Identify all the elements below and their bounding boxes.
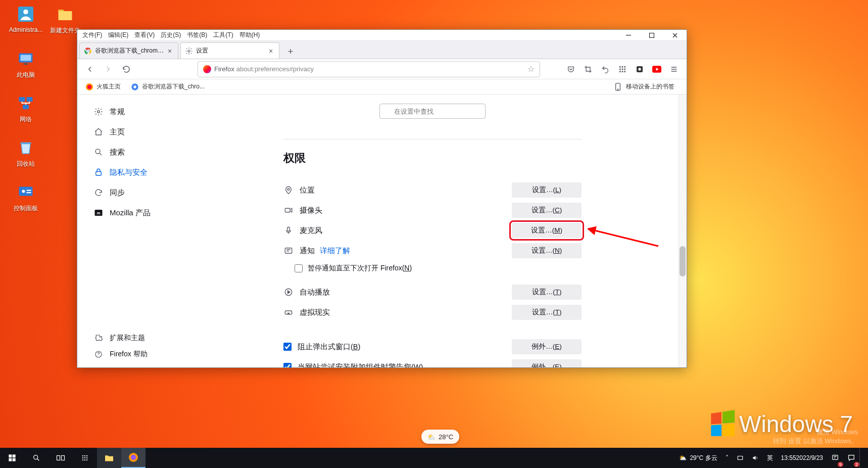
bookmark-firefox-home[interactable]: 火狐主页 (82, 81, 124, 92)
pause-notifications-checkbox[interactable] (295, 264, 303, 272)
window-close[interactable] (663, 30, 687, 41)
tray-notifications-icon[interactable]: 9 (827, 448, 843, 468)
block-popups-checkbox[interactable] (283, 343, 292, 351)
new-tab-button[interactable]: + (283, 44, 298, 59)
hamburger-menu-icon[interactable] (666, 62, 682, 77)
location-settings-button[interactable]: 设置…(L) (512, 182, 582, 198)
crop-icon[interactable] (581, 62, 596, 77)
tray-chevron-up-icon[interactable]: ˄ (721, 448, 733, 468)
tray-volume-icon[interactable] (748, 448, 763, 468)
window-minimize[interactable] (617, 30, 640, 41)
svg-point-57 (82, 455, 83, 456)
sidebar-item-general[interactable]: 常规 (89, 102, 184, 122)
start-button[interactable] (0, 448, 24, 468)
svg-rect-45 (287, 227, 290, 231)
svg-rect-52 (9, 458, 12, 461)
svg-point-43 (287, 189, 290, 191)
tab-close-icon[interactable]: × (166, 47, 174, 55)
urlbar[interactable]: Firefox about:preferences#privacy ☆ (198, 61, 540, 77)
svg-rect-53 (13, 458, 16, 461)
sidebar-item-home[interactable]: 主页 (89, 122, 184, 142)
undo-icon[interactable] (598, 62, 613, 77)
sidebar-item-extensions[interactable]: 扩展和主题 (89, 330, 184, 346)
sidebar-item-mozilla[interactable]: m Mozilla 产品 (89, 203, 184, 223)
sidebar-item-privacy[interactable]: 隐私与安全 (89, 162, 184, 182)
block-popups-exceptions-button[interactable]: 例外…(E) (512, 339, 582, 354)
vr-settings-button[interactable]: 设置…(T) (512, 305, 582, 320)
autoplay-icon (283, 287, 294, 297)
notify-learn-more-link[interactable]: 详细了解 (320, 246, 350, 256)
tabstrip: 谷歌浏览器下载_chrome浏览器 × 设置 × + (77, 41, 687, 59)
nav-back[interactable] (82, 62, 98, 77)
tray-network-icon[interactable] (733, 448, 748, 468)
menu-help[interactable]: 帮助(H) (236, 30, 263, 40)
desktop-icon-control-panel[interactable]: 控制面板 (6, 182, 45, 213)
permission-row-notifications: 通知 详细了解 设置…(N) (283, 241, 582, 261)
taskbar-apps-icon[interactable] (73, 448, 97, 468)
save-to-pocket-icon[interactable] (563, 62, 578, 77)
taskbar-firefox[interactable] (121, 448, 146, 468)
svg-rect-39 (96, 172, 102, 176)
svg-point-38 (95, 149, 100, 154)
menu-view[interactable]: 查看(V) (131, 30, 158, 40)
menu-tools[interactable]: 工具(T) (210, 30, 236, 40)
scrollbar-thumb[interactable] (680, 246, 686, 276)
taskbar-search-icon[interactable] (24, 448, 49, 468)
nav-reload[interactable] (119, 62, 134, 77)
scrollbar[interactable] (679, 95, 687, 367)
weather-widget[interactable]: ⛅28°C (421, 430, 459, 444)
svg-point-62 (86, 457, 87, 458)
settings-sidebar: 常规 主页 搜索 隐私与安全 同步 m Mozilla 产品 (77, 95, 188, 367)
firefox-icon (85, 83, 93, 91)
sidebar-item-label: 同步 (110, 188, 125, 198)
notifications-settings-button[interactable]: 设置…(N) (512, 243, 582, 258)
desktop-icon-administrator[interactable]: Administra... (6, 4, 45, 33)
tab-chrome-download[interactable]: 谷歌浏览器下载_chrome浏览器 × (79, 42, 178, 59)
desktop-icon-network[interactable]: 网络 (6, 93, 45, 124)
task-view-icon[interactable] (49, 448, 73, 468)
svg-rect-7 (23, 105, 29, 109)
taskbar-explorer[interactable] (97, 448, 121, 468)
desktop-icon-this-pc[interactable]: 此电脑 (6, 49, 45, 79)
sidebar-item-search[interactable]: 搜索 (89, 142, 184, 162)
windows-logo-icon (711, 410, 735, 436)
autoplay-settings-button[interactable]: 设置…(T) (512, 285, 582, 300)
tab-close-icon[interactable]: × (267, 47, 275, 55)
sidebar-item-sync[interactable]: 同步 (89, 182, 184, 203)
lock-icon (93, 167, 104, 177)
settings-main: 🔍 权限 位置 设置…(L) 摄像头 设置…(C) (188, 95, 687, 367)
svg-point-59 (86, 455, 87, 456)
apps-grid-icon[interactable] (615, 62, 630, 77)
menu-file[interactable]: 文件(F) (79, 30, 105, 40)
desktop-icon-recycle-bin[interactable]: 回收站 (6, 137, 45, 168)
youtube-icon[interactable] (649, 62, 664, 77)
menu-edit[interactable]: 编辑(E) (105, 30, 131, 40)
show-desktop-button[interactable] (859, 448, 868, 468)
extension-icon-1[interactable] (632, 62, 647, 77)
window-maximize[interactable] (640, 30, 663, 41)
warn-addon-checkbox[interactable] (283, 363, 292, 367)
settings-search-input[interactable] (379, 104, 486, 119)
bookmark-chrome-download[interactable]: 谷歌浏览器下载_chro... (128, 81, 208, 92)
bookmark-mobile[interactable]: 移动设备上的书签 (612, 81, 678, 92)
tray-weather[interactable]: ⛅29°C 多云 (675, 448, 721, 468)
camera-settings-button[interactable]: 设置…(C) (512, 203, 582, 218)
warn-addon-exceptions-button[interactable]: 例外…(E) (512, 359, 582, 367)
tray-clock[interactable]: 13:55 2022/9/23 (777, 448, 827, 468)
camera-icon (283, 205, 294, 215)
tray-action-center-icon[interactable]: 2 (843, 448, 859, 468)
tray-ime[interactable]: 英 (763, 448, 777, 468)
svg-rect-46 (285, 248, 292, 254)
menu-bookmarks[interactable]: 书签(B) (184, 30, 210, 40)
sidebar-item-help[interactable]: Firefox 帮助 (89, 346, 184, 362)
pause-notifications-label: 暂停通知直至下次打开 Firefox(N) (308, 264, 412, 273)
settings-content: 常规 主页 搜索 隐私与安全 同步 m Mozilla 产品 (77, 95, 687, 367)
nav-forward[interactable] (101, 62, 116, 77)
navbar: Firefox about:preferences#privacy ☆ (77, 59, 687, 79)
svg-rect-12 (27, 192, 31, 193)
permission-row-location: 位置 设置…(L) (283, 180, 582, 200)
microphone-settings-button[interactable]: 设置…(M) (512, 223, 582, 238)
tab-settings[interactable]: 设置 × (180, 42, 279, 59)
bookmark-star-icon[interactable]: ☆ (527, 64, 535, 74)
menu-history[interactable]: 历史(S) (158, 30, 184, 40)
